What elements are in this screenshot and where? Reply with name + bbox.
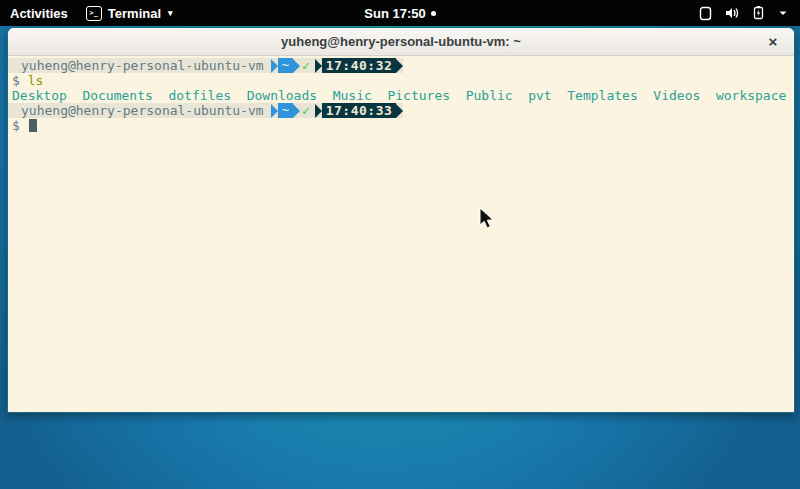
powerline-arrow-icon <box>315 104 322 118</box>
prompt-time: 17:40:33 <box>322 103 397 118</box>
prompt-time: 17:40:32 <box>322 58 397 73</box>
prompt-line-1: yuheng@henry-personal-ubuntu-vm ~ ✓ 17:4… <box>12 58 790 73</box>
command-line-1: $ ls <box>12 73 790 88</box>
system-tray[interactable] <box>692 0 794 26</box>
clock-button[interactable]: Sun 17:50 <box>340 0 460 26</box>
prompt-cwd: ~ <box>278 58 293 73</box>
directory-name: Templates <box>567 88 637 103</box>
activities-button[interactable]: Activities <box>0 0 78 26</box>
directory-name: Documents <box>82 88 152 103</box>
directory-name: dotfiles <box>168 88 231 103</box>
notification-dot <box>431 11 436 16</box>
directory-name: pvt <box>528 88 551 103</box>
chevron-down-icon <box>778 9 788 17</box>
ls-output-line: DesktopDocumentsdotfilesDownloadsMusicPi… <box>12 88 790 103</box>
desktop: Activities >_ Terminal ▾ Sun 17:50 <box>0 0 800 489</box>
directory-name: Public <box>466 88 513 103</box>
prompt-char: $ <box>12 73 20 88</box>
chevron-down-icon: ▾ <box>168 8 173 18</box>
top-bar: Activities >_ Terminal ▾ Sun 17:50 <box>0 0 800 26</box>
terminal-window: yuheng@henry-personal-ubuntu-vm: ~ × yuh… <box>7 27 795 413</box>
directory-name: workspace <box>716 88 786 103</box>
directory-name: Videos <box>653 88 700 103</box>
prompt-user-host: yuheng@henry-personal-ubuntu-vm <box>21 103 264 118</box>
directory-name: Pictures <box>387 88 450 103</box>
clock-label: Sun 17:50 <box>364 6 425 21</box>
directory-name: Desktop <box>12 88 67 103</box>
window-title: yuheng@henry-personal-ubuntu-vm: ~ <box>281 34 521 49</box>
prompt-char: $ <box>12 118 20 133</box>
directory-name: Downloads <box>247 88 317 103</box>
powerline-arrow-icon <box>293 59 300 73</box>
directory-name: Music <box>333 88 372 103</box>
prompt-cwd: ~ <box>278 103 293 118</box>
powerline-prompt: yuheng@henry-personal-ubuntu-vm ~ ✓ 17:4… <box>8 58 403 73</box>
titlebar[interactable]: yuheng@henry-personal-ubuntu-vm: ~ × <box>8 28 794 56</box>
status-check-icon: ✓ <box>300 103 315 118</box>
app-menu-label: Terminal <box>108 6 161 21</box>
app-menu-terminal[interactable]: >_ Terminal ▾ <box>78 0 181 26</box>
powerline-prompt: yuheng@henry-personal-ubuntu-vm ~ ✓ 17:4… <box>8 103 403 118</box>
command-text: ls <box>28 73 44 88</box>
prompt-user-host: yuheng@henry-personal-ubuntu-vm <box>21 58 264 73</box>
powerline-arrow-icon <box>315 59 322 73</box>
close-button[interactable]: × <box>762 28 784 55</box>
powerline-arrow-icon <box>271 104 278 118</box>
battery-charging-icon <box>751 6 767 20</box>
powerline-arrow-icon <box>396 59 403 73</box>
powerline-arrow-icon <box>396 104 403 118</box>
command-line-2: $ <box>12 118 790 133</box>
powerline-arrow-icon <box>271 59 278 73</box>
prompt-line-2: yuheng@henry-personal-ubuntu-vm ~ ✓ 17:4… <box>12 103 790 118</box>
terminal-app-icon: >_ <box>86 6 102 21</box>
terminal-cursor <box>29 119 37 132</box>
powerline-arrow-icon <box>293 104 300 118</box>
display-icon <box>698 6 713 21</box>
status-check-icon: ✓ <box>300 58 315 73</box>
terminal-content[interactable]: yuheng@henry-personal-ubuntu-vm ~ ✓ 17:4… <box>8 56 794 412</box>
volume-icon <box>724 6 740 20</box>
